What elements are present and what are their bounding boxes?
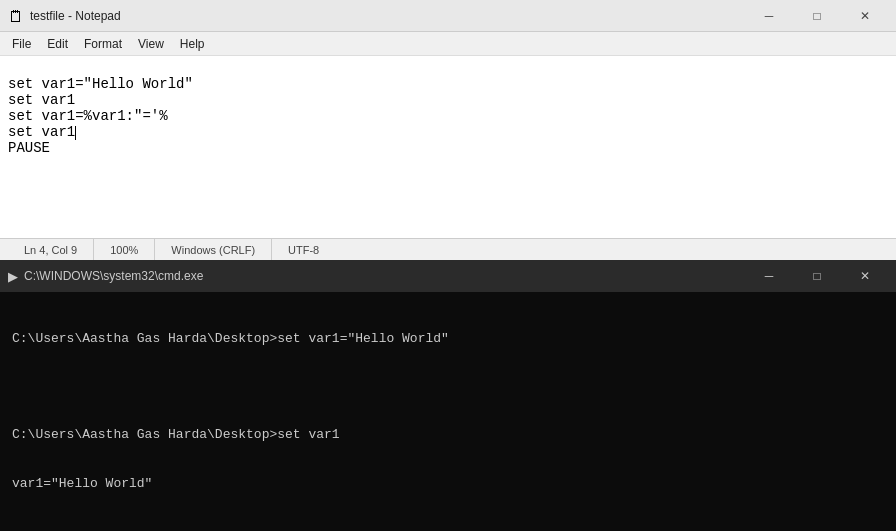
cmd-maximize-button[interactable]: □: [794, 262, 840, 290]
editor-line-5: PAUSE: [8, 140, 50, 156]
cmd-controls: ─ □ ✕: [746, 262, 888, 290]
menu-help[interactable]: Help: [172, 35, 213, 53]
notepad-menu-bar: File Edit Format View Help: [0, 32, 896, 56]
status-zoom: 100%: [94, 239, 155, 260]
menu-view[interactable]: View: [130, 35, 172, 53]
notepad-close-button[interactable]: ✕: [842, 2, 888, 30]
menu-file[interactable]: File: [4, 35, 39, 53]
menu-format[interactable]: Format: [76, 35, 130, 53]
editor-line-3: set var1=%var1:"='%: [8, 108, 168, 124]
editor-line-2: set var1: [8, 92, 75, 108]
titlebar-left: 🗒 testfile - Notepad: [8, 8, 121, 24]
status-line-ending: Windows (CRLF): [155, 239, 272, 260]
cmd-line-2: C:\Users\Aastha Gas Harda\Desktop>set va…: [12, 426, 884, 444]
cmd-line-blank-1: [12, 378, 884, 396]
notepad-maximize-button[interactable]: □: [794, 2, 840, 30]
cmd-window: ▶ C:\WINDOWS\system32\cmd.exe ─ □ ✕ C:\U…: [0, 260, 896, 531]
cmd-titlebar-left: ▶ C:\WINDOWS\system32\cmd.exe: [8, 269, 203, 284]
notepad-icon: 🗒: [8, 8, 24, 24]
notepad-minimize-button[interactable]: ─: [746, 2, 792, 30]
cmd-line-blank-2: [12, 523, 884, 531]
cmd-line-1: C:\Users\Aastha Gas Harda\Desktop>set va…: [12, 330, 884, 348]
cmd-content[interactable]: C:\Users\Aastha Gas Harda\Desktop>set va…: [0, 292, 896, 531]
status-position: Ln 4, Col 9: [8, 239, 94, 260]
cmd-titlebar: ▶ C:\WINDOWS\system32\cmd.exe ─ □ ✕: [0, 260, 896, 292]
cmd-line-3: var1="Hello World": [12, 475, 884, 493]
notepad-editor[interactable]: set var1="Hello World" set var1 set var1…: [0, 56, 896, 238]
cmd-title: C:\WINDOWS\system32\cmd.exe: [24, 269, 203, 283]
cmd-icon: ▶: [8, 269, 18, 284]
status-encoding: UTF-8: [272, 239, 335, 260]
editor-line-1: set var1="Hello World": [8, 76, 193, 92]
notepad-title: testfile - Notepad: [30, 9, 121, 23]
menu-edit[interactable]: Edit: [39, 35, 76, 53]
notepad-status-bar: Ln 4, Col 9 100% Windows (CRLF) UTF-8: [0, 238, 896, 260]
notepad-window: 🗒 testfile - Notepad ─ □ ✕ File Edit For…: [0, 0, 896, 260]
notepad-titlebar: 🗒 testfile - Notepad ─ □ ✕: [0, 0, 896, 32]
notepad-controls: ─ □ ✕: [746, 2, 888, 30]
cmd-close-button[interactable]: ✕: [842, 262, 888, 290]
cmd-minimize-button[interactable]: ─: [746, 262, 792, 290]
editor-line-4: set var1: [8, 124, 76, 140]
